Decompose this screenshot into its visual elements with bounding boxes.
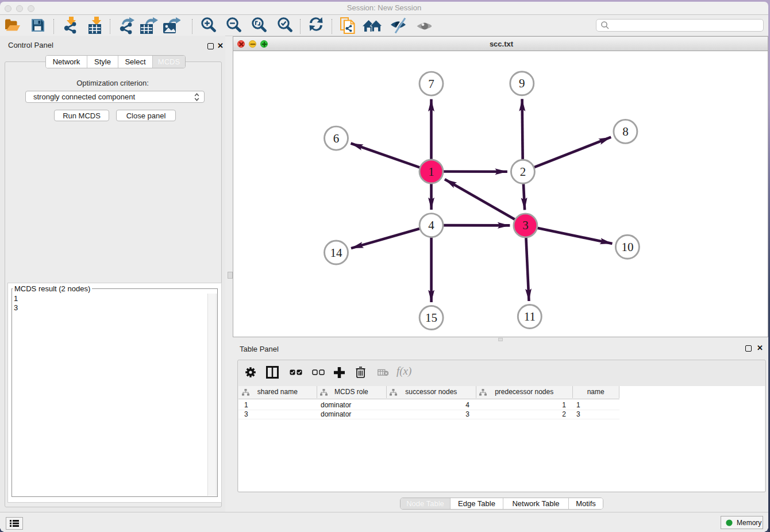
svg-text:3: 3 [522, 218, 529, 232]
svg-text:10: 10 [621, 240, 633, 254]
svg-text:14: 14 [330, 246, 343, 260]
svg-text:9: 9 [519, 76, 525, 90]
svg-text:11: 11 [524, 310, 536, 323]
svg-text:1: 1 [428, 165, 434, 179]
svg-text:8: 8 [622, 125, 629, 138]
svg-text:2: 2 [520, 165, 526, 179]
svg-text:6: 6 [333, 132, 340, 145]
svg-text:7: 7 [428, 77, 434, 91]
svg-text:15: 15 [425, 311, 437, 325]
svg-text:4: 4 [428, 218, 434, 232]
